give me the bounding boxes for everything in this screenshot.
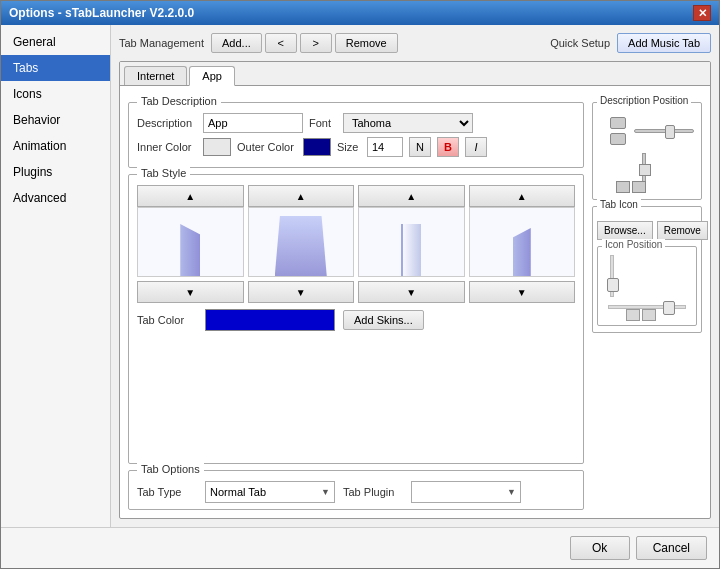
bold-format-button[interactable]: B [437, 137, 459, 157]
cancel-button[interactable]: Cancel [636, 536, 707, 560]
sidebar: General Tabs Icons Behavior Animation Pl… [1, 25, 111, 527]
window-content: General Tabs Icons Behavior Animation Pl… [1, 25, 719, 527]
tab-plugin-dropdown[interactable]: ▼ [411, 481, 521, 503]
tab-management-group: Tab Management Add... < > Remove [119, 33, 398, 53]
font-label: Font [309, 117, 337, 129]
right-panel: Description Position [592, 94, 702, 510]
tab-type-arrow: ▼ [321, 487, 330, 497]
v-slider-thumb[interactable] [639, 164, 651, 176]
style-up-1[interactable]: ▲ [137, 185, 244, 207]
font-select[interactable]: Tahoma Arial Verdana [343, 113, 473, 133]
style-up-3[interactable]: ▲ [358, 185, 465, 207]
tab-description-group: Tab Description Description Font Tahoma … [128, 102, 584, 168]
next-button[interactable]: > [300, 33, 332, 53]
main-window: Options - sTabLauncher V2.2.0.0 ✕ Genera… [0, 0, 720, 569]
tab-color-label: Tab Color [137, 314, 197, 326]
description-row: Description Font Tahoma Arial Verdana [137, 113, 575, 133]
style-preview-2[interactable] [248, 207, 355, 277]
add-button[interactable]: Add... [211, 33, 262, 53]
sidebar-item-icons[interactable]: Icons [1, 81, 110, 107]
prev-button[interactable]: < [265, 33, 297, 53]
outer-color-label: Outer Color [237, 141, 297, 153]
remove-button[interactable]: Remove [335, 33, 398, 53]
tab-plugin-label: Tab Plugin [343, 486, 403, 498]
outer-color-picker[interactable] [303, 138, 331, 156]
ok-button[interactable]: Ok [570, 536, 630, 560]
h-slider-thumb[interactable] [665, 125, 675, 139]
slider-row-1 [610, 117, 684, 145]
style-preview-row [137, 207, 575, 277]
style-down-2[interactable]: ▼ [248, 281, 355, 303]
icon-position-title: Icon Position [602, 239, 665, 250]
pos-indicator-tl [610, 117, 626, 129]
tab-type-dropdown[interactable]: Normal Tab ▼ [205, 481, 335, 503]
italic-format-button[interactable]: I [465, 137, 487, 157]
sidebar-item-tabs[interactable]: Tabs [1, 55, 110, 81]
sidebar-item-behavior[interactable]: Behavior [1, 107, 110, 133]
icon-btn-row: Browse... Remove [597, 221, 697, 240]
tab-plugin-arrow: ▼ [507, 487, 516, 497]
style-up-2[interactable]: ▲ [248, 185, 355, 207]
icon-v-thumb[interactable] [607, 278, 619, 292]
icon-pos-ind-1 [626, 309, 640, 321]
quick-setup-group: Quick Setup Add Music Tab [550, 33, 711, 53]
main-content: Tab Management Add... < > Remove Quick S… [111, 25, 719, 527]
tab-color-row: Tab Color Add Skins... [137, 309, 575, 331]
close-button[interactable]: ✕ [693, 5, 711, 21]
size-input[interactable] [367, 137, 403, 157]
window-title: Options - sTabLauncher V2.2.0.0 [9, 6, 194, 20]
tab-management-label: Tab Management [119, 37, 204, 49]
inner-color-picker[interactable] [203, 138, 231, 156]
main-area: Tab Description Description Font Tahoma … [128, 94, 702, 510]
normal-format-button[interactable]: N [409, 137, 431, 157]
description-input[interactable] [203, 113, 303, 133]
tab-row: Internet App [120, 62, 710, 86]
tab-internet[interactable]: Internet [124, 66, 187, 85]
slider-area [597, 117, 697, 193]
size-label: Size [337, 141, 361, 153]
style-down-3[interactable]: ▼ [358, 281, 465, 303]
add-music-tab-button[interactable]: Add Music Tab [617, 33, 711, 53]
icon-v-slider[interactable] [610, 255, 614, 297]
inner-color-label: Inner Color [137, 141, 197, 153]
tab-shape-3 [401, 224, 421, 276]
tab-shape-2 [275, 216, 327, 276]
tab-app[interactable]: App [189, 66, 235, 86]
icon-h-thumb[interactable] [663, 301, 675, 315]
tab-options-group: Tab Options Tab Type Normal Tab ▼ Tab Pl… [128, 470, 584, 510]
remove-icon-button[interactable]: Remove [657, 221, 708, 240]
tab-style-group: Tab Style ▲ ▲ ▲ ▲ [128, 174, 584, 464]
browse-button[interactable]: Browse... [597, 221, 653, 240]
style-preview-4[interactable] [469, 207, 576, 277]
desc-position-group: Description Position [592, 102, 702, 200]
color-row: Inner Color Outer Color Size N B I [137, 137, 575, 157]
tab-shape-4 [513, 228, 531, 276]
sidebar-item-plugins[interactable]: Plugins [1, 159, 110, 185]
sidebar-item-advanced[interactable]: Advanced [1, 185, 110, 211]
tab-type-label: Tab Type [137, 486, 197, 498]
toolbar: Tab Management Add... < > Remove Quick S… [119, 33, 711, 53]
h-slider-container [634, 129, 684, 133]
left-panel: Tab Description Description Font Tahoma … [128, 94, 584, 510]
footer: Ok Cancel [1, 527, 719, 568]
style-down-4[interactable]: ▼ [469, 281, 576, 303]
add-skins-button[interactable]: Add Skins... [343, 310, 424, 330]
style-preview-3[interactable] [358, 207, 465, 277]
quick-setup-label: Quick Setup [550, 37, 610, 49]
options-row: Tab Type Normal Tab ▼ Tab Plugin ▼ [137, 481, 575, 503]
tab-type-value: Normal Tab [210, 486, 266, 498]
tabs-panel: Internet App Tab Description Description [119, 61, 711, 519]
h-slider[interactable] [634, 129, 694, 133]
tab-options-title: Tab Options [137, 463, 204, 475]
style-up-grid: ▲ ▲ ▲ ▲ [137, 185, 575, 207]
style-up-4[interactable]: ▲ [469, 185, 576, 207]
tab-color-preview[interactable] [205, 309, 335, 331]
tab-icon-group: Tab Icon Browse... Remove Icon Position [592, 206, 702, 333]
style-down-grid: ▼ ▼ ▼ ▼ [137, 281, 575, 303]
style-down-1[interactable]: ▼ [137, 281, 244, 303]
sidebar-item-general[interactable]: General [1, 29, 110, 55]
title-bar: Options - sTabLauncher V2.2.0.0 ✕ [1, 1, 719, 25]
sidebar-item-animation[interactable]: Animation [1, 133, 110, 159]
style-preview-1[interactable] [137, 207, 244, 277]
tab-icon-title: Tab Icon [597, 199, 641, 210]
